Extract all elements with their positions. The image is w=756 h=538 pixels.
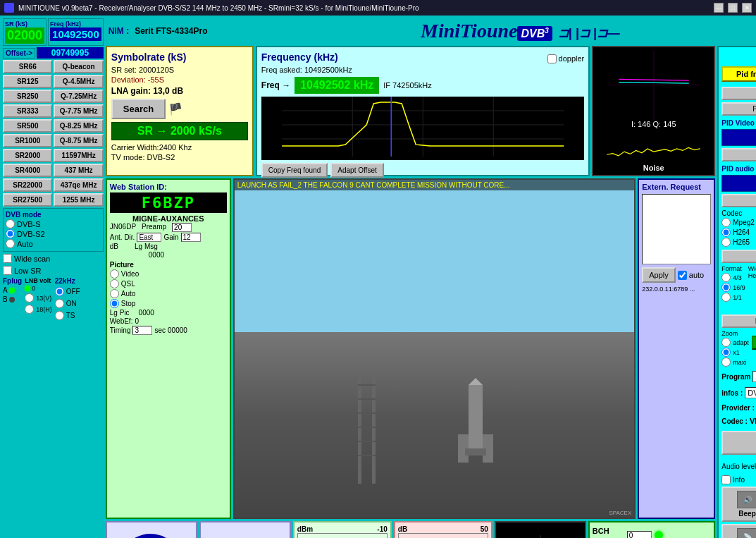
adapt-offset-button[interactable]: Adapt Offset (330, 163, 383, 178)
preset-btn-q-beacon[interactable]: Q-beacon (54, 60, 103, 73)
wide-scan-row[interactable]: Wide scan (3, 254, 104, 263)
preset-btn-sr22000[interactable]: SR22000 (3, 178, 52, 192)
f6dzp-button[interactable]: F6DZP-Mpeg (721, 102, 756, 116)
offset-label[interactable]: Offset-> (3, 48, 35, 59)
dvbs2-option[interactable]: DVB-S2 (6, 229, 101, 238)
format-169[interactable]: 16/9 (721, 283, 745, 292)
wide-scan-check[interactable] (3, 254, 12, 263)
khz22-on-radio[interactable] (55, 299, 64, 308)
zoom-adapt-radio[interactable] (721, 338, 731, 347)
ws-timing-input[interactable] (132, 326, 152, 335)
qrzdx-button[interactable]: QRZ DX (721, 250, 756, 263)
preset-btn-sr500[interactable]: SR500 (3, 119, 52, 133)
format-11[interactable]: 1/1 (721, 293, 745, 302)
doppler-check[interactable]: doppler (547, 54, 585, 63)
maximize-btn[interactable]: □ (728, 3, 738, 13)
preset-btn-q825[interactable]: Q-8.25 MHz (54, 119, 103, 133)
khz22-off-row[interactable]: OFF (55, 287, 80, 296)
preset-btn-sr27500[interactable]: SR27500 (3, 193, 52, 207)
pid-from-button[interactable]: Pid from .ini (721, 66, 756, 82)
autopid-button[interactable]: AutoPID (721, 87, 756, 100)
auto-radio[interactable] (110, 289, 119, 298)
h264-row[interactable]: H264 (721, 228, 756, 237)
auto-radio-row[interactable]: Auto (110, 289, 227, 298)
preset-btn-q875[interactable]: Q-8.75 MHz (54, 134, 103, 147)
preset-btn-f437[interactable]: 437 MHz (54, 164, 103, 177)
udp-button[interactable]: 📡 UDP (721, 524, 756, 538)
preset-btn-f11597[interactable]: 11597MHz (54, 149, 103, 162)
preset-btn-sr4000[interactable]: SR4000 (3, 164, 52, 177)
video-radio-row[interactable]: Video (110, 269, 227, 279)
preset-btn-q725[interactable]: Q-7.25MHz (54, 90, 103, 103)
auto-option[interactable]: Auto (6, 239, 101, 248)
auto-checkbox[interactable] (678, 271, 687, 280)
offset-value[interactable]: 09749995 (37, 47, 104, 59)
khz22-off-radio[interactable] (55, 287, 64, 296)
khz22-ts-radio[interactable] (55, 311, 64, 320)
zoom-x1[interactable]: x1 (721, 348, 749, 357)
apply-button[interactable]: Apply (642, 267, 676, 283)
h265-row[interactable]: H265 (721, 238, 756, 247)
lnb-18-row[interactable]: 18(H) (25, 305, 52, 314)
auto-radio[interactable] (6, 239, 15, 248)
preset-btn-f437qe[interactable]: 437qe MHz (54, 178, 103, 192)
info-checkbox[interactable] (721, 475, 731, 484)
lnb-13-radio[interactable] (25, 293, 34, 302)
preset-btn-sr2000[interactable]: SR2000 (3, 149, 52, 162)
low-sr-row[interactable]: Low SR (3, 266, 104, 275)
copy-freq-button[interactable]: Copy Freq found (261, 163, 328, 178)
preset-btn-sr1000[interactable]: SR1000 (3, 134, 52, 147)
beep-button[interactable]: 🔊 Beep (721, 487, 756, 522)
format-169-radio[interactable] (721, 283, 731, 292)
stop-radio[interactable] (110, 299, 119, 308)
ws-gain-input[interactable] (181, 233, 201, 242)
preset-btn-sr333[interactable]: SR333 (3, 104, 52, 118)
zoom-adapt[interactable]: adapt (721, 338, 749, 347)
khz22-on-row[interactable]: ON (55, 299, 80, 308)
hdlowsr-button[interactable]: HDlowSR (721, 148, 756, 161)
qsl-radio[interactable] (110, 279, 119, 288)
zoom-maxi-radio[interactable] (721, 357, 731, 367)
lnb-13-row[interactable]: 13(V) (25, 293, 51, 302)
search-button[interactable]: Search (111, 99, 166, 119)
preset-btn-sr250[interactable]: SR250 (3, 90, 52, 103)
zoom-x1-radio[interactable] (721, 348, 731, 357)
freq-value[interactable]: 10492500 (50, 27, 101, 41)
h264-radio[interactable] (721, 228, 731, 237)
sr-value[interactable]: 02000 (5, 27, 44, 44)
h265-radio[interactable] (721, 238, 731, 247)
minimize-btn[interactable]: — (714, 3, 724, 13)
preset-btn-q45[interactable]: Q-4.5MHz (54, 75, 103, 88)
dvbs-radio[interactable] (6, 219, 15, 228)
doppler-checkbox[interactable] (547, 54, 557, 63)
format-11-radio[interactable] (721, 293, 731, 302)
raspberryp-button[interactable]: RaspberryP (721, 314, 756, 328)
ws-preamp-input[interactable] (172, 223, 192, 232)
bch-input[interactable] (627, 531, 652, 539)
mpeg2-row[interactable]: Mpeg2 (721, 218, 756, 227)
france24-button[interactable]: France24 (721, 194, 756, 207)
dvbs2-radio[interactable] (6, 229, 15, 238)
close-btn[interactable]: ✕ (742, 3, 752, 13)
stop-radio-row[interactable]: Stop (110, 299, 227, 308)
program-input[interactable] (752, 371, 756, 382)
infos-input[interactable] (745, 387, 756, 398)
format-43-radio[interactable] (721, 273, 731, 282)
preset-btn-sr125[interactable]: SR125 (3, 75, 52, 88)
format-43[interactable]: 4/3 (721, 273, 745, 282)
mpeg2-radio[interactable] (721, 218, 731, 227)
photo-button[interactable]: photo (721, 431, 756, 455)
khz22-ts-row[interactable]: TS (55, 311, 80, 320)
graph-button[interactable]: GRAPH (752, 336, 756, 350)
pid-video-input[interactable]: 00257 (721, 129, 756, 146)
preset-btn-f1255[interactable]: 1255 MHz (54, 193, 103, 207)
video-radio[interactable] (110, 269, 119, 279)
ws-ant-input[interactable] (137, 233, 161, 242)
preset-btn-q775[interactable]: Q-7.75 MHz (54, 104, 103, 118)
low-sr-check[interactable] (3, 266, 12, 275)
zoom-maxi[interactable]: maxi (721, 357, 749, 367)
pid-audio-input[interactable]: 00258 (721, 175, 756, 192)
info-check[interactable]: Info (721, 475, 756, 484)
dvbs-option[interactable]: DVB-S (6, 219, 101, 228)
lnb-18-radio[interactable] (25, 305, 34, 314)
